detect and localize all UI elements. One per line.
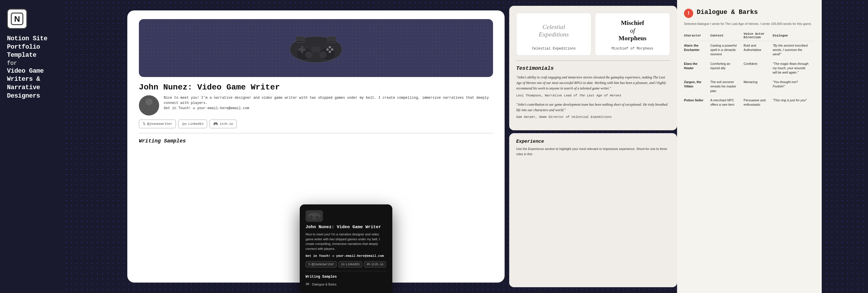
games-divider xyxy=(516,60,670,61)
svg-point-13 xyxy=(320,52,326,58)
dark-writing-samples: Writing Samples xyxy=(306,275,386,279)
celestial-logo: Celestial Expeditions xyxy=(539,23,569,38)
svg-point-18 xyxy=(146,98,153,106)
dot-section-right xyxy=(822,0,868,293)
svg-point-8 xyxy=(331,48,333,51)
dark-popup-social: 𝕏 @jnunezwriter in LinkedIn 🎮 itch.io xyxy=(306,261,386,267)
testimonials-title: Testimonials xyxy=(516,65,670,71)
dark-writing-item-1: 🎮 Dialogue & Barks xyxy=(306,281,386,287)
col-context: Context xyxy=(710,32,744,41)
svg-text:N: N xyxy=(14,14,20,24)
mischief-logo: Mischief of Morpheus xyxy=(619,19,647,42)
notion-logo: N xyxy=(7,9,27,29)
svg-rect-15 xyxy=(328,36,336,40)
dialogue-title: Dialogue & Barks xyxy=(697,9,758,16)
dark-divider xyxy=(306,271,386,271)
social-buttons: 𝕏 @jnunezwriter in LinkedIn 🎮 itch.io xyxy=(139,120,493,128)
col-voice-actor: Voice Actor Direction xyxy=(744,32,773,41)
svg-rect-14 xyxy=(296,36,304,40)
svg-point-9 xyxy=(327,48,329,51)
svg-rect-6 xyxy=(299,48,306,51)
row2-context: Comforting an injured ally xyxy=(710,59,744,77)
dark-popup: John Nunez: Video Game Writer Nice to me… xyxy=(300,204,392,293)
author-avatar xyxy=(139,95,159,116)
itchio-button[interactable]: 🎮 itch.io xyxy=(210,120,237,128)
dot-section-left xyxy=(64,0,127,293)
row1-voice: Bold and Authoritative xyxy=(744,41,773,59)
row3-voice: Menacing xyxy=(744,77,773,95)
portfolio-card-title: John Nunez: Video Game Writer xyxy=(139,83,493,92)
testimonial-1-quote: "John's ability to craft engaging and im… xyxy=(516,75,670,91)
col-dialogue: Dialogue xyxy=(773,32,815,41)
games-grid: Celestial Expeditions Celestial Expediti… xyxy=(516,13,670,56)
svg-point-10 xyxy=(329,51,331,53)
celestial-game-name: Celestial Expeditions xyxy=(532,47,576,51)
dark-popup-title: John Nunez: Video Game Writer xyxy=(306,225,386,230)
dark-twitter-icon: 𝕏 xyxy=(308,263,310,266)
svg-point-24 xyxy=(315,215,316,216)
row3-dialogue: "You thought me? Foolish!" xyxy=(773,77,815,95)
dark-linkedin-btn[interactable]: in LinkedIn xyxy=(339,261,362,267)
mischief-logo-box: Mischief of Morpheus xyxy=(600,18,665,44)
dialogue-table: Character Context Voice Actor Direction … xyxy=(684,32,815,110)
dark-itchio-icon: 🎮 xyxy=(367,263,370,266)
celestial-card: Celestial Expeditions Celestial Expediti… xyxy=(516,13,591,56)
row2-dialogue: "The magic flows through my touch, your … xyxy=(773,59,815,77)
row1-context: Casting a powerful spell in a climactic … xyxy=(710,41,744,59)
table-row: Elara the Healer Comforting an injured a… xyxy=(684,59,815,77)
testimonial-1-author: Lexi Thompson, Narrative Lead of The Las… xyxy=(516,94,670,97)
writing-samples-label: Writing Samples xyxy=(139,138,493,144)
dark-popup-description: Nice to meet you! I'm a narrative design… xyxy=(306,232,386,251)
row1-dialogue: "By the ancient inscribed words, I summo… xyxy=(773,41,815,59)
controller-image xyxy=(139,19,493,77)
dark-twitter-btn[interactable]: 𝕏 @jnunezwriter xyxy=(306,261,337,267)
author-section: Nice to meet you! I'm a narrative design… xyxy=(139,95,493,116)
row2-character: Elara the Healer xyxy=(684,59,710,77)
controller-mini xyxy=(306,210,323,222)
dark-popup-contact: Get in Touch! ✉ your-email-here@email.co… xyxy=(306,254,386,258)
author-description: Nice to meet you! I'm a narrative design… xyxy=(164,95,493,106)
right-panels: Celestial Expeditions Celestial Expediti… xyxy=(509,0,677,293)
svg-point-23 xyxy=(312,215,313,216)
dialogue-header: ! Dialogue & Barks xyxy=(684,9,815,18)
mischief-game-name: Mischief of Morpheus xyxy=(612,47,653,51)
col-character: Character xyxy=(684,32,710,41)
twitter-button[interactable]: 𝕏 @jnunezwriter xyxy=(139,120,176,128)
table-row: Alaric the Enchanter Casting a powerful … xyxy=(684,41,815,59)
table-row: Zargon, the Villain The evil sorcerer re… xyxy=(684,77,815,95)
row4-character: Potion Seller xyxy=(684,96,710,110)
row1-character: Alaric the Enchanter xyxy=(684,41,710,59)
sidebar-title: Notion Site Portfolio Template for Video… xyxy=(7,35,48,100)
table-row: Potion Seller A merchant NPC offers a ra… xyxy=(684,96,815,110)
experience-title: Experience xyxy=(516,139,670,144)
dark-itchio-btn[interactable]: 🎮 itch.io xyxy=(364,261,386,267)
row3-context: The evil sorcerer reveals his master pla… xyxy=(710,77,744,95)
itchio-icon: 🎮 xyxy=(213,122,218,126)
row4-dialogue: "This ring is just for you" xyxy=(773,96,815,110)
celestial-logo-box: Celestial Expeditions xyxy=(521,18,587,44)
mischief-card: Mischief of Morpheus Mischief of Morpheu… xyxy=(595,13,670,56)
twitter-icon: 𝕏 xyxy=(143,122,146,126)
svg-rect-11 xyxy=(312,47,320,52)
get-in-touch: Get in Touch! ✉ your-email-here@email.co… xyxy=(164,106,493,111)
sidebar: N Notion Site Portfolio Template for Vid… xyxy=(0,0,64,293)
linkedin-button[interactable]: in LinkedIn xyxy=(178,120,207,128)
svg-point-7 xyxy=(329,46,331,48)
svg-point-21 xyxy=(309,216,313,219)
experience-section: Experience Use the Experience section to… xyxy=(509,133,677,287)
svg-rect-16 xyxy=(296,40,304,42)
experience-description: Use the Experience section to highlight … xyxy=(516,146,670,157)
dark-linkedin-icon: in xyxy=(341,263,345,266)
row4-context: A merchant NPC offers a rare item xyxy=(710,96,744,110)
row4-voice: Persuasive and enthusiastic xyxy=(744,96,773,110)
games-panel: Celestial Expeditions Celestial Expediti… xyxy=(509,6,677,130)
testimonial-2-quote: "John's contribution to our game develop… xyxy=(516,102,670,113)
linkedin-icon: in xyxy=(182,122,187,126)
svg-point-12 xyxy=(306,52,312,58)
divider-1 xyxy=(139,133,493,134)
testimonial-2-author: Sam Harper, Game Director of Celestial E… xyxy=(516,115,670,119)
svg-rect-17 xyxy=(328,40,336,42)
far-right-panel: ! Dialogue & Barks Selected dialogue I w… xyxy=(677,0,822,293)
svg-point-22 xyxy=(315,216,319,219)
exclamation-icon: ! xyxy=(684,9,693,18)
